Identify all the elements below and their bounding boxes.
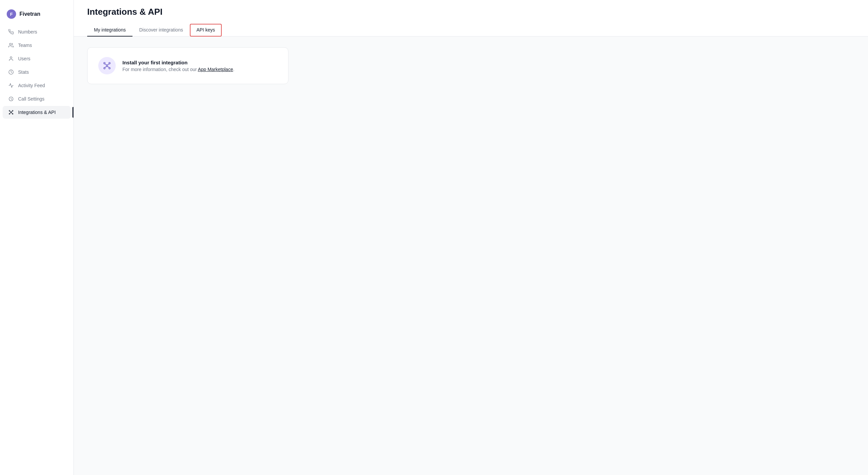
integration-placeholder-icon xyxy=(103,61,111,70)
empty-state-text: Install your first integration For more … xyxy=(122,60,235,72)
sidebar-item-integrations-api-label: Integrations & API xyxy=(18,109,56,115)
svg-line-18 xyxy=(107,64,110,65)
svg-line-9 xyxy=(11,111,13,112)
sidebar-item-stats-label: Stats xyxy=(18,69,29,75)
empty-state-title: Install your first integration xyxy=(122,60,235,65)
svg-line-11 xyxy=(11,113,13,113)
sidebar-nav: Numbers Teams Users xyxy=(0,26,73,119)
sidebar-item-teams-label: Teams xyxy=(18,42,32,48)
tab-bar: My integrations Discover integrations AP… xyxy=(87,24,855,36)
svg-line-20 xyxy=(107,66,110,67)
tab-discover-integrations[interactable]: Discover integrations xyxy=(132,24,190,36)
svg-line-17 xyxy=(104,64,107,65)
call-settings-icon xyxy=(8,96,14,102)
teams-icon xyxy=(8,42,14,48)
svg-point-0 xyxy=(9,43,11,45)
sidebar-item-call-settings-label: Call Settings xyxy=(18,96,44,102)
sidebar-item-teams[interactable]: Teams xyxy=(3,39,71,52)
empty-state-description-suffix: . xyxy=(233,67,235,72)
main-content-area: Integrations & API My integrations Disco… xyxy=(74,0,868,475)
user-icon xyxy=(8,56,14,62)
sidebar-item-activity-feed[interactable]: Activity Feed xyxy=(3,79,71,92)
sidebar-item-activity-feed-label: Activity Feed xyxy=(18,83,45,88)
svg-line-19 xyxy=(104,66,107,67)
sidebar-item-numbers-label: Numbers xyxy=(18,29,37,34)
empty-state-description: For more information, check out our App … xyxy=(122,67,235,72)
integrations-icon xyxy=(8,109,14,115)
app-marketplace-link[interactable]: App Marketplace xyxy=(198,67,233,72)
svg-point-1 xyxy=(10,57,12,58)
page-header: Integrations & API My integrations Disco… xyxy=(74,0,868,36)
sidebar-item-numbers[interactable]: Numbers xyxy=(3,26,71,38)
tab-api-keys[interactable]: API keys xyxy=(190,24,222,36)
sidebar-item-stats[interactable]: Stats xyxy=(3,66,71,78)
page-title: Integrations & API xyxy=(87,7,855,17)
svg-line-8 xyxy=(9,111,11,112)
stats-icon xyxy=(8,69,14,75)
sidebar-item-users-label: Users xyxy=(18,56,31,61)
phone-icon xyxy=(8,29,14,35)
tab-my-integrations[interactable]: My integrations xyxy=(87,24,132,36)
empty-state-description-prefix: For more information, check out our xyxy=(122,67,198,72)
empty-state-card: Install your first integration For more … xyxy=(87,47,288,84)
svg-line-10 xyxy=(9,113,11,113)
logo-text: Fivetran xyxy=(20,11,40,17)
logo-avatar: F xyxy=(7,9,16,19)
sidebar-item-call-settings[interactable]: Call Settings xyxy=(3,93,71,105)
page-body: Install your first integration For more … xyxy=(74,36,868,475)
sidebar: F Fivetran Numbers Teams xyxy=(0,0,74,475)
integration-icon-wrap xyxy=(98,57,116,74)
sidebar-item-integrations-api[interactable]: Integrations & API xyxy=(3,106,71,119)
activity-icon xyxy=(8,83,14,89)
sidebar-item-users[interactable]: Users xyxy=(3,52,71,65)
app-logo: F Fivetran xyxy=(0,5,73,26)
